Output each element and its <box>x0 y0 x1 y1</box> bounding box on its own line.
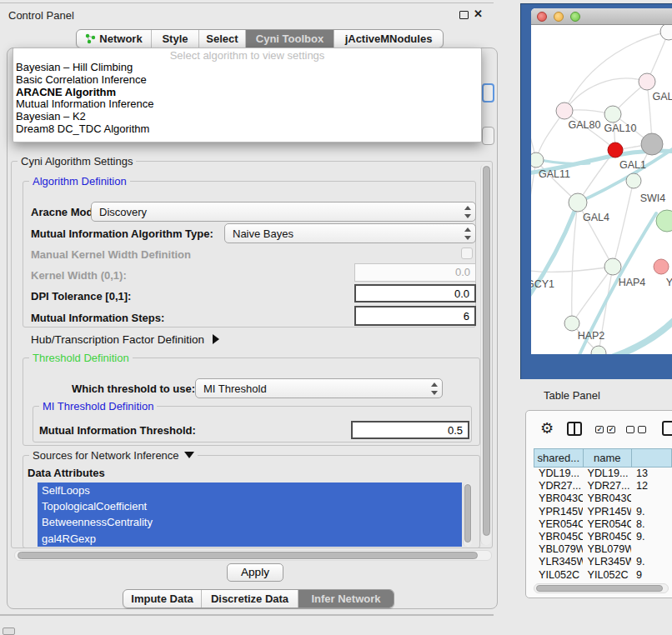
column-header[interactable]: name <box>583 448 632 468</box>
manual-kernel-checkbox[interactable] <box>461 248 473 259</box>
tab-cyni-toolbox[interactable]: Cyni Toolbox <box>245 30 333 48</box>
table-row[interactable]: YDR27...YDR27...12 <box>534 480 672 492</box>
settings-horizontal-scrollbar[interactable] <box>14 550 492 561</box>
close-traffic-light-icon[interactable] <box>537 12 547 22</box>
column-header[interactable] <box>631 448 672 468</box>
table-row[interactable]: YIL052CYIL052C9 <box>534 569 672 582</box>
select-all-checkboxes-icon[interactable]: ✓ ✓ <box>595 426 615 433</box>
tab-style[interactable]: Style <box>151 30 198 48</box>
network-node[interactable] <box>656 210 672 232</box>
aracne-mode-combobox[interactable]: Discovery <box>91 202 476 222</box>
tab-network[interactable]: Network <box>77 30 151 48</box>
mi-steps-field[interactable]: 6 <box>354 306 476 326</box>
gear-icon[interactable]: ⚙ <box>540 419 554 438</box>
algorithm-option[interactable]: ARACNE Algorithm <box>13 87 481 99</box>
kernel-width-field[interactable]: 0.0 <box>354 263 476 282</box>
network-node[interactable] <box>591 346 606 354</box>
table-header-row: shared...name <box>534 448 672 468</box>
close-icon[interactable]: ✕ <box>474 8 483 20</box>
table-cell: 8. <box>631 518 672 531</box>
checked-box-glyph: ✓ <box>595 426 604 433</box>
network-node[interactable] <box>641 133 663 155</box>
network-node[interactable] <box>608 142 623 158</box>
table-row[interactable]: YER054CYER054C8. <box>534 518 672 531</box>
attribute-item[interactable]: BetweennessCentrality <box>38 514 462 530</box>
table-row[interactable]: YBL079WYBL079W <box>534 543 672 556</box>
control-panel-title: Control Panel <box>8 9 74 22</box>
network-window-titlebar[interactable] <box>531 8 672 25</box>
minimize-traffic-light-icon[interactable] <box>554 12 564 22</box>
tab-discretize-data[interactable]: Discretize Data <box>201 590 298 608</box>
network-node[interactable] <box>564 316 579 331</box>
network-node[interactable] <box>556 102 573 119</box>
network-node[interactable] <box>604 258 621 275</box>
table-cell: 9. <box>631 531 672 543</box>
algorithm-option[interactable]: Mutual Information Inference <box>13 98 481 111</box>
field-value: 0.0 <box>454 288 469 300</box>
inference-algorithm-combobox-edge[interactable] <box>482 83 494 102</box>
scrollbar-thumb[interactable] <box>18 552 478 559</box>
network-node[interactable] <box>654 259 669 274</box>
table-cell: YBR045C <box>583 531 632 543</box>
network-node[interactable] <box>604 106 621 122</box>
table-row[interactable]: YDL19...YDL19...13 <box>534 468 672 480</box>
table-cell: YER054C <box>583 518 632 531</box>
attribute-item[interactable]: gal4RGexp <box>38 531 462 547</box>
mi-algorithm-type-combobox[interactable]: Naive Bayes <box>224 223 476 243</box>
scrollbar-thumb[interactable] <box>483 166 490 536</box>
algorithm-option[interactable]: Basic Correlation Inference <box>13 74 481 87</box>
tab-impute-data[interactable]: Impute Data <box>123 590 201 608</box>
table-cell <box>631 492 672 505</box>
float-window-icon[interactable] <box>459 11 469 19</box>
node-label: GAL11 <box>539 168 570 180</box>
network-node[interactable] <box>639 73 655 90</box>
combobox-value: MI Threshold <box>203 382 267 395</box>
which-threshold-combobox[interactable]: MI Threshold <box>195 378 443 398</box>
hub-factor-expander[interactable]: Hub/Transcription Factor Definition <box>31 333 219 346</box>
deselect-all-checkboxes-icon[interactable] <box>626 426 646 433</box>
network-window[interactable]: GALGAL80GAL10GAL1GAL11SWI4GAL4GCY1HAP4YH… <box>531 8 672 354</box>
tab-infer-network[interactable]: Infer Network <box>298 590 394 608</box>
scrollbar-thumb[interactable] <box>464 484 471 542</box>
control-panel-tabbar: Network Style Select Cyni Toolbox jActiv… <box>76 29 444 48</box>
network-combobox-edge[interactable] <box>482 127 494 145</box>
network-canvas[interactable]: GALGAL80GAL10GAL1GAL11SWI4GAL4GCY1HAP4YH… <box>531 25 672 354</box>
window-top-divider <box>0 2 494 3</box>
network-node[interactable] <box>626 173 641 188</box>
table-row[interactable]: YBR043CYBR043C <box>534 492 672 505</box>
split-columns-icon[interactable] <box>567 422 582 436</box>
table-cell: YLR345W <box>534 556 583 568</box>
apply-button[interactable]: Apply <box>227 563 283 582</box>
manual-kernel-label: Manual Kernel Width Definition <box>31 248 191 261</box>
dpi-tolerance-field[interactable]: 0.0 <box>354 284 476 302</box>
column-header[interactable]: shared... <box>534 448 583 468</box>
table-horizontal-scrollbar[interactable] <box>534 583 669 593</box>
node-label: GAL <box>652 91 672 102</box>
network-node[interactable] <box>660 25 672 40</box>
table-row[interactable]: YPR145WYPR145W9. <box>534 506 672 518</box>
attribute-item[interactable]: TopologicalCoefficient <box>38 498 462 514</box>
tab-label: jActiveMNodules <box>345 32 433 45</box>
minimized-panel-icon[interactable] <box>3 628 15 635</box>
table-cell: 13 <box>631 468 672 480</box>
network-node[interactable] <box>569 193 587 212</box>
algorithm-option[interactable]: Dream8 DC_TDC Algorithm <box>13 123 481 136</box>
scrollbar-thumb[interactable] <box>536 585 663 592</box>
tab-jactivemnodules[interactable]: jActiveMNodules <box>333 30 443 48</box>
settings-vertical-scrollbar[interactable] <box>480 164 491 545</box>
mi-threshold-field[interactable]: 0.5 <box>351 421 469 439</box>
network-node[interactable] <box>531 152 544 168</box>
algorithm-option[interactable]: Bayesian – Hill Climbing <box>13 62 481 74</box>
table-function-icon[interactable] <box>662 421 672 436</box>
algorithm-option[interactable]: Bayesian – K2 <box>13 111 481 123</box>
tab-select[interactable]: Select <box>198 30 245 48</box>
stepper-icon <box>430 382 438 395</box>
chevron-right-icon <box>213 334 219 344</box>
table-row[interactable]: YLR345WYLR345W9. <box>534 556 672 568</box>
attributes-vertical-scrollbar[interactable] <box>463 482 472 547</box>
data-attributes-list[interactable]: SelfLoopsTopologicalCoefficientBetweenne… <box>38 482 462 547</box>
zoom-traffic-light-icon[interactable] <box>570 12 580 22</box>
table-cell: 9 <box>631 569 672 582</box>
table-row[interactable]: YBR045CYBR045C9. <box>534 531 672 543</box>
attribute-item[interactable]: SelfLoops <box>38 482 462 498</box>
